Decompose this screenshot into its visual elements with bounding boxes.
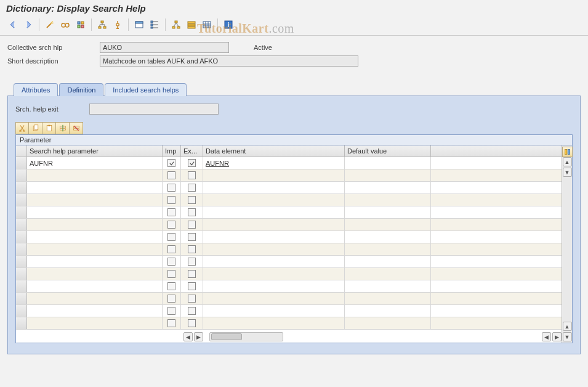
append-button[interactable] (148, 18, 161, 31)
cell-param[interactable] (27, 268, 163, 280)
row-selector[interactable] (16, 268, 27, 280)
hscroll-right-prev[interactable]: ◀ (542, 332, 551, 341)
tree-graphic-button[interactable] (169, 18, 183, 31)
display-list-button[interactable] (185, 18, 198, 31)
cell-def[interactable] (345, 268, 431, 280)
cell-de[interactable] (203, 268, 345, 280)
cell-param[interactable] (27, 243, 163, 255)
back-button[interactable] (6, 18, 20, 31)
hscroll-right-next[interactable]: ▶ (552, 332, 562, 341)
vscroll-up2[interactable]: ▲ (563, 322, 572, 331)
row-selector[interactable] (16, 280, 27, 292)
row-selector[interactable] (16, 206, 27, 218)
cell-de[interactable] (203, 194, 345, 206)
display-change-button[interactable] (43, 18, 57, 31)
vscroll-down2[interactable]: ▼ (563, 332, 572, 341)
col-def-header[interactable]: Default value (345, 145, 431, 157)
cell-de[interactable] (203, 317, 345, 329)
hscroll-left-prev[interactable]: ◀ (183, 332, 193, 341)
table-row-empty[interactable] (16, 256, 562, 268)
cell-param[interactable] (27, 231, 163, 243)
row-selector[interactable] (16, 194, 27, 206)
table-row-empty[interactable] (16, 206, 562, 219)
cell-de[interactable] (203, 231, 345, 243)
cell-param[interactable] (27, 219, 163, 230)
vscroll-up[interactable]: ▲ (563, 157, 572, 166)
cell-de[interactable] (203, 206, 345, 218)
tab-attributes[interactable]: Attributes (14, 83, 58, 96)
cell-param[interactable] (27, 317, 163, 329)
cell-de[interactable] (203, 169, 345, 181)
table-row-empty[interactable] (16, 280, 562, 293)
cell-def[interactable] (345, 280, 431, 292)
cell-def[interactable] (345, 219, 431, 230)
cell-def[interactable] (345, 206, 431, 218)
cell-def[interactable] (345, 305, 431, 317)
row-selector[interactable] (16, 231, 27, 243)
paste-button[interactable] (42, 122, 56, 134)
documentation-button[interactable]: i (222, 18, 235, 31)
row-selector[interactable] (16, 157, 27, 169)
cell-def[interactable] (345, 243, 431, 255)
table-row-empty[interactable] (16, 305, 562, 317)
row-selector[interactable] (16, 293, 27, 304)
row-selector[interactable] (16, 317, 27, 329)
table-row-empty[interactable] (16, 317, 562, 330)
table-row-empty[interactable] (16, 219, 562, 231)
cell-def[interactable] (345, 169, 431, 181)
other-object-button[interactable] (58, 18, 72, 31)
table-row-empty[interactable] (16, 182, 562, 194)
tab-definition[interactable]: Definition (59, 83, 103, 96)
col-exp-header[interactable]: Ex... (181, 145, 203, 157)
row-selector[interactable] (16, 256, 27, 267)
cut-button[interactable] (15, 122, 29, 134)
col-param-header[interactable]: Search help parameter (27, 145, 163, 157)
row-selector[interactable] (16, 169, 27, 181)
row-selector[interactable] (16, 182, 27, 194)
cell-def[interactable] (345, 231, 431, 243)
table-settings-button[interactable] (562, 147, 573, 157)
cell-param[interactable] (27, 169, 163, 181)
table-row-empty[interactable] (16, 231, 562, 243)
cell-param[interactable] (27, 194, 163, 206)
cell-def[interactable] (345, 194, 431, 206)
cell-de[interactable] (203, 219, 345, 230)
cell-de[interactable] (203, 305, 345, 317)
cell-de[interactable] (203, 256, 345, 267)
table-row-empty[interactable] (16, 194, 562, 206)
cell-de[interactable] (203, 293, 345, 304)
forward-button[interactable] (22, 18, 35, 31)
insert-button[interactable] (56, 122, 70, 134)
table-row[interactable]: AUFNRAUFNR (16, 157, 562, 169)
cell-param[interactable] (27, 256, 163, 267)
cell-de[interactable] (203, 182, 345, 194)
delete-button[interactable] (70, 122, 83, 134)
cell-param[interactable] (27, 206, 163, 218)
table-row-empty[interactable] (16, 169, 562, 182)
cell-param[interactable]: AUFNR (27, 157, 163, 169)
cell-def[interactable] (345, 256, 431, 267)
activate-button[interactable] (111, 18, 124, 31)
display-object-button[interactable] (132, 18, 146, 31)
copy-button[interactable] (29, 122, 42, 134)
cell-param[interactable] (27, 305, 163, 317)
vscroll-down[interactable]: ▼ (563, 168, 572, 177)
hscroll-track[interactable] (209, 332, 283, 341)
table-row-empty[interactable] (16, 243, 562, 256)
row-selector[interactable] (16, 243, 27, 255)
table-row-empty[interactable] (16, 293, 562, 305)
cell-def[interactable] (345, 317, 431, 329)
cell-param[interactable] (27, 182, 163, 194)
cell-def[interactable] (345, 293, 431, 304)
hscroll-left-next[interactable]: ▶ (194, 332, 203, 341)
row-selector-header[interactable] (16, 145, 27, 157)
where-used-button[interactable] (95, 18, 109, 31)
cell-de[interactable] (203, 280, 345, 292)
cell-param[interactable] (27, 280, 163, 292)
col-de-header[interactable]: Data element (203, 145, 345, 157)
tab-included[interactable]: Included search helps (105, 83, 187, 96)
cell-def[interactable] (345, 157, 431, 169)
table-row-empty[interactable] (16, 268, 562, 280)
display-table-button[interactable] (200, 18, 214, 31)
check-button[interactable] (74, 18, 87, 31)
